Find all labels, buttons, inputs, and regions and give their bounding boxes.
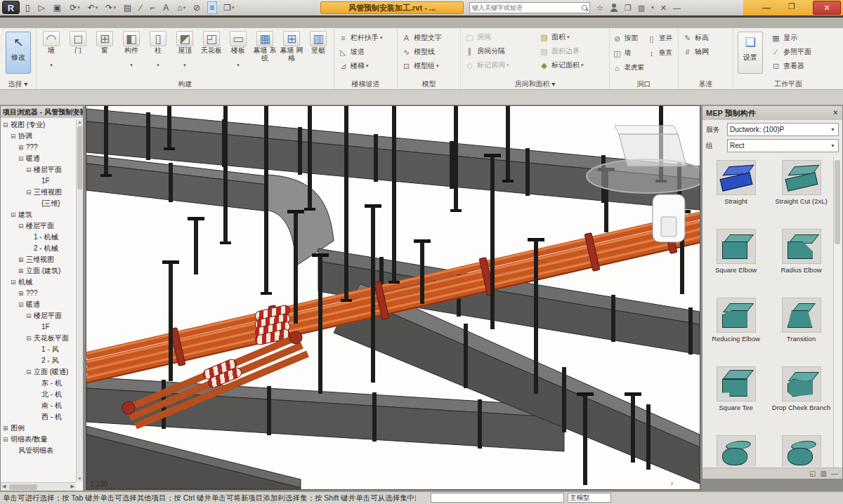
column-button[interactable]: ▯柱▾ [145,29,171,79]
window-close-button[interactable]: ✕ [813,1,841,15]
browser-tree-item[interactable]: ⊟机械 [1,277,75,288]
browser-tree-item[interactable]: 西 - 机 [1,411,75,423]
browser-tree-item[interactable]: ⊟天花板平面 [1,333,75,344]
part-partial-1[interactable] [705,435,767,467]
thin-lines-icon[interactable]: ≡ [207,1,217,14]
browser-tree-item[interactable]: ⊟楼层平面 [1,220,75,232]
ref-plane-button[interactable]: ∕参照平面 [767,45,843,59]
part-straight-cut[interactable]: Straight Cut (2xL) [770,160,832,229]
room-button[interactable]: ▢房间 [461,30,535,44]
door-button[interactable]: ◻门 [65,29,91,79]
measure-icon[interactable]: ∕ [138,1,143,14]
browser-tree-item[interactable]: ⊟暖通 [1,299,75,310]
room-separator-button[interactable]: ∥房间分隔 [461,44,535,58]
shaft-opening-button[interactable]: ▯竖井 [644,31,679,46]
save-icon[interactable]: ▣ [52,1,63,14]
part-drop-cheek-branch[interactable]: Drop Cheek Branch [770,366,832,435]
part-transition[interactable]: Transition [770,298,832,366]
favorites-star-icon[interactable]: ☆ [596,4,603,13]
model-line-button[interactable]: ∿模型线 [398,45,460,59]
browser-tree-item[interactable]: ⊟楼层平面 [1,310,75,321]
modify-button[interactable]: ↖ 修改 [6,32,31,74]
browser-tree-item[interactable]: ⊟楼层平面 [1,164,75,175]
browser-tree-item[interactable]: 1F [1,175,75,187]
browser-tree-item[interactable]: 2 - 机械 [1,243,75,254]
curtain-system-button[interactable]: ▦幕墙 系统 [251,29,278,79]
part-partial-2[interactable] [770,435,832,467]
railing-button[interactable]: ≡栏杆扶手▾ [334,31,397,45]
search-icon[interactable] [580,4,589,13]
window-button[interactable]: ⊞窗 [91,29,118,79]
browser-tree-item[interactable]: 风管明细表 [1,445,75,456]
browser-tree-item[interactable]: 东 - 机 [1,378,75,389]
browser-hscrollbar[interactable]: ◀▶ [1,482,76,491]
undo-icon[interactable]: ↶▾ [86,1,100,14]
floor-button[interactable]: ▭楼板▾ [225,29,251,79]
window-minimize-button[interactable]: — [762,3,772,13]
browser-tree-item[interactable]: ⊞三维视图 [1,254,75,265]
browser-tree-item[interactable]: 2 - 风 [1,355,75,366]
part-radius-elbow[interactable]: Radius Elbow [770,229,832,298]
browser-tree-item[interactable]: ⊞??? [1,142,75,153]
default-3d-view-icon[interactable]: ⌂▾ [176,1,187,14]
vertical-opening-button[interactable]: ↕垂直 [644,46,679,60]
browser-tree-item[interactable]: ⊞图例 [1,423,75,434]
set-workplane-button[interactable]: ❏ 设置 [738,32,763,74]
collapse-bar-icon[interactable]: — [673,4,681,12]
palette-close-icon[interactable]: ✕ [831,108,840,117]
grid-button[interactable]: #轴网 [679,45,733,59]
project-browser-close-icon[interactable]: ✕ [73,107,81,116]
viewport-scroll-arrow[interactable]: › [671,479,673,487]
search-input[interactable] [470,4,580,11]
area-button[interactable]: ▨面积▾ [535,30,610,44]
redo-icon[interactable]: ↷▾ [104,1,117,14]
browser-tree-item[interactable]: {三维} [1,198,75,209]
window-restore-button[interactable]: ❒ [788,2,798,11]
tag-room-button[interactable]: ◇标记房间▾ [461,58,535,72]
opening-by-face-button[interactable]: ⊘按面 [610,31,644,46]
viewer-button[interactable]: ⊡查看器 [767,59,843,73]
browser-tree-item[interactable]: 北 - 机 [1,389,75,400]
component-button[interactable]: ◧构件▾ [118,29,145,79]
window-tile-icon[interactable]: ◱ [809,470,816,477]
show-workplane-button[interactable]: ▦显示 [767,31,843,45]
sign-in-user-icon[interactable] [610,3,618,13]
open-file-icon[interactable]: ▷ [37,1,47,14]
scale-button[interactable]: 1:100 [90,480,107,488]
workset-dropdown[interactable] [431,493,564,503]
design-option-dropdown[interactable]: 主模型 [568,493,611,503]
switch-windows-icon[interactable]: ❒▾ [222,1,235,14]
part-straight[interactable]: Straight [705,160,767,229]
text-icon[interactable]: A [162,1,171,14]
new-file-icon[interactable]: ▯ [24,1,32,14]
part-square-tee[interactable]: Square Tee [705,366,767,435]
browser-tree-item[interactable]: ⊟暖通 [1,153,75,164]
sync-icon[interactable]: ⟳▾ [68,1,81,14]
roof-button[interactable]: ◩屋顶▾ [171,29,198,79]
tag-area-button[interactable]: ◆标记面积▾ [535,58,610,72]
browser-tree-item[interactable]: ⊟明细表/数量 [1,434,75,445]
browser-vscrollbar[interactable]: ▲▼ [76,119,83,482]
model-group-button[interactable]: ⊡模型组▾ [398,59,460,73]
dimension-icon[interactable]: ⌐ [148,1,157,14]
browser-tree-item[interactable]: ⊞??? [1,288,75,299]
caret-down-icon[interactable]: ▾ [651,5,654,11]
ceiling-button[interactable]: ◰天花板 [198,29,225,79]
model-text-button[interactable]: A模型文字 [398,31,460,45]
browser-tree-item[interactable]: ⊟立面 (暖通) [1,366,75,378]
part-square-elbow[interactable]: Square Elbow [705,229,767,298]
section-icon[interactable]: ⊘ [192,1,202,14]
print-icon[interactable]: ▤ [122,1,133,14]
dormer-opening-button[interactable]: ⌂老虎窗 [610,60,644,75]
exchange-apps-icon[interactable]: ❒ [625,4,632,13]
browser-tree-item[interactable]: ⊟视图 (专业) [1,119,75,131]
ramp-button[interactable]: ◺坡道 [334,45,397,59]
browser-tree-item[interactable]: ⊟建筑 [1,209,75,220]
browser-tree-item[interactable]: 1 - 机械 [1,232,75,243]
group-dropdown[interactable]: Rect▼ [727,139,839,152]
stair-button[interactable]: ⊿楼梯▾ [334,59,397,73]
window-cascade-icon[interactable]: ▥ [821,470,827,477]
app-store-icon[interactable]: ▥ [638,4,645,13]
area-boundary-button[interactable]: ▧面积边界 [535,44,610,58]
collapse-icon[interactable]: — [831,470,838,477]
